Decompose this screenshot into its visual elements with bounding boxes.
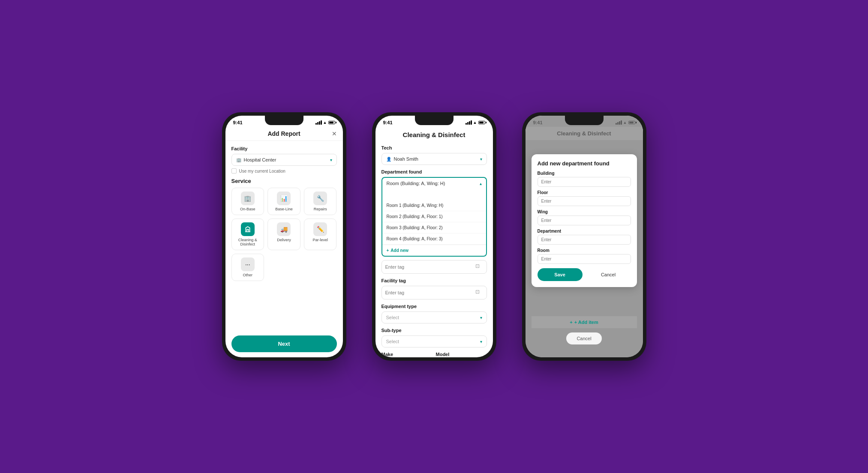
signal-icon-2: [466, 120, 472, 125]
notch3: [565, 116, 604, 125]
delivery-icon: 🚚: [277, 222, 291, 236]
department-trigger[interactable]: Room (Building: A, Wing: H) ▴: [382, 178, 486, 189]
par-level-label: Par-level: [312, 238, 328, 242]
sub-type-placeholder: Select: [386, 339, 399, 344]
add-item-label: + Add item: [574, 320, 598, 325]
department-dropdown[interactable]: Room (Building: A, Wing: H) ▴: [381, 177, 487, 189]
cancel-footer-button[interactable]: Cancel: [566, 332, 601, 344]
cleaning-icon: [241, 222, 255, 236]
building-field: Building: [538, 171, 631, 187]
cancel-modal-button[interactable]: Cancel: [586, 268, 631, 281]
make-label: Make: [381, 352, 432, 357]
department-label: Department found: [381, 169, 487, 174]
tech-select[interactable]: 👤 Noah Smith ▾: [381, 153, 487, 165]
service-section-label: Service: [231, 178, 337, 184]
floor-input[interactable]: [538, 196, 631, 206]
facility-tag-row: ⊡: [381, 286, 487, 299]
service-cleaning[interactable]: Cleaning & Disinfect: [231, 219, 264, 250]
facility-tag-label: Facility tag: [381, 278, 487, 283]
form-content-1: Facility 🏢 Hospital Center ▾ Use my curr…: [225, 141, 343, 331]
dropdown-search-row: [381, 189, 487, 200]
service-base-line[interactable]: 📊 Base-Line: [267, 188, 300, 215]
floor-field: Floor: [538, 190, 631, 206]
phone2: 9:41 ▲ Cleaning & Disinfect Tech: [372, 112, 496, 361]
building-input[interactable]: [538, 177, 631, 187]
facility-value: Hospital Center: [244, 157, 276, 162]
tech-label: Tech: [381, 145, 487, 150]
wifi-icon-1: ▲: [323, 120, 327, 125]
wing-input[interactable]: [538, 216, 631, 225]
form-scroll-2: Tech 👤 Noah Smith ▾ Department found Roo…: [375, 142, 493, 357]
dept-label: Department: [538, 229, 631, 234]
location-checkbox[interactable]: [231, 168, 237, 174]
sub-type-label: Sub-type: [381, 328, 487, 333]
room-label: Room: [538, 248, 631, 253]
add-new-label: Add new: [390, 248, 408, 253]
chevron-up-icon: ▴: [480, 181, 482, 186]
building-label: Building: [538, 171, 631, 176]
service-delivery[interactable]: 🚚 Delivery: [267, 219, 300, 250]
modal-header-1: Add Report ✕: [225, 127, 343, 141]
facility-icon: 🏢: [236, 158, 241, 162]
service-par-level[interactable]: ✏️ Par-level: [304, 219, 337, 250]
service-grid: 🏢 On-Base 📊 Base-Line 🔧 Repairs: [231, 188, 337, 281]
facility-select[interactable]: 🏢 Hospital Center ▾: [231, 154, 337, 166]
plus-icon: +: [387, 248, 389, 253]
dropdown-item-2[interactable]: Room 3 (Building: A, Floor: 2): [382, 222, 486, 234]
equipment-type-label: Equipment type: [381, 304, 487, 309]
equipment-type-placeholder: Select: [386, 315, 399, 320]
department-value: Room (Building: A, Wing: H): [387, 181, 445, 186]
notch2: [415, 116, 454, 125]
wing-label: Wing: [538, 210, 631, 214]
plus-icon-2: +: [570, 320, 572, 325]
equipment-type-select[interactable]: Select ▾: [381, 311, 487, 323]
other-icon: ···: [241, 257, 255, 271]
room-input[interactable]: [538, 254, 631, 264]
service-on-base[interactable]: 🏢 On-Base: [231, 188, 264, 215]
service-repairs[interactable]: 🔧 Repairs: [304, 188, 337, 215]
modal-buttons: Save Cancel: [538, 268, 631, 281]
facility-label: Facility: [231, 146, 337, 151]
service-other[interactable]: ··· Other: [231, 254, 264, 281]
tag-input[interactable]: [385, 264, 473, 269]
tech-chevron-icon: ▾: [480, 157, 482, 162]
battery-icon-1: [328, 121, 335, 124]
facility-tag-input[interactable]: [385, 290, 473, 295]
add-item-row[interactable]: + + Add item: [532, 316, 637, 328]
add-new-button[interactable]: + Add new: [382, 245, 486, 256]
wifi-icon-2: ▲: [473, 120, 477, 125]
other-label: Other: [243, 273, 253, 277]
dropdown-search-input[interactable]: [386, 192, 483, 198]
status-time-1: 9:41: [233, 120, 243, 125]
notch1: [265, 116, 303, 125]
next-button[interactable]: Next: [231, 335, 337, 352]
scan-icon[interactable]: ⊡: [475, 263, 483, 271]
location-checkbox-row: Use my current Location: [231, 168, 337, 174]
dropdown-item-1[interactable]: Room 2 (Building: A, Floor: 1): [382, 211, 486, 222]
par-level-icon: ✏️: [313, 222, 327, 236]
chevron-down-icon: ▾: [330, 158, 332, 162]
close-button-1[interactable]: ✕: [332, 130, 337, 137]
save-button[interactable]: Save: [538, 268, 583, 281]
phone1: 9:41 ▲ Add Report ✕ Facility: [222, 112, 346, 361]
base-line-label: Base-Line: [275, 207, 293, 211]
location-label: Use my current Location: [239, 169, 285, 174]
on-base-label: On-Base: [240, 207, 255, 211]
floor-label: Floor: [538, 190, 631, 195]
repairs-icon: 🔧: [313, 192, 327, 205]
on-base-icon: 🏢: [241, 192, 255, 205]
department-input[interactable]: [538, 235, 631, 245]
delivery-label: Delivery: [277, 238, 291, 242]
phone3: 9:41 ▲ Cleaning & Disinfect Add new depa…: [522, 112, 646, 361]
add-department-modal: Add new department found Building Floor …: [532, 154, 637, 287]
room-field: Room: [538, 248, 631, 264]
modal-title-1: Add Report: [267, 130, 300, 137]
dropdown-item-0[interactable]: Room 1 (Building: A, Wing: H): [382, 200, 486, 211]
tag-input-row: ⊡: [381, 260, 487, 274]
sub-type-select[interactable]: Select ▾: [381, 335, 487, 347]
tech-value: Noah Smith: [394, 156, 418, 162]
modal-card-title: Add new department found: [538, 160, 631, 167]
dropdown-item-3[interactable]: Room 4 (Building: A, Floor: 3): [382, 234, 486, 245]
footer-buttons-3: Cancel: [526, 332, 643, 344]
facility-scan-icon[interactable]: ⊡: [475, 289, 483, 296]
